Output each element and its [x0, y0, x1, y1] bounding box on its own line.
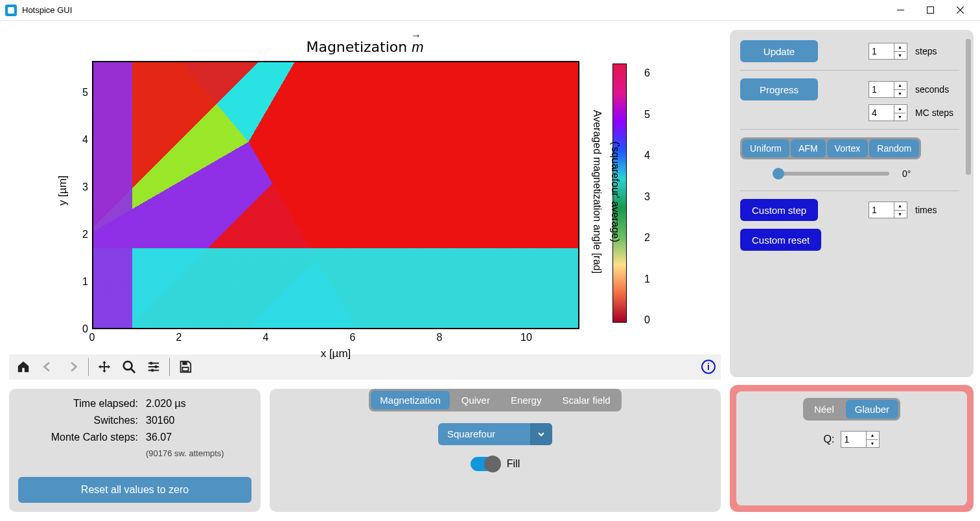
x-axis-label: x [µm] [92, 347, 579, 360]
mode-afm[interactable]: AFM [791, 139, 826, 157]
mcsteps-label: MC steps [915, 108, 959, 118]
spin-down-icon[interactable]: ▼ [867, 440, 878, 448]
plot-title: Magnetization m [9, 30, 721, 56]
minimize-button[interactable] [885, 0, 915, 21]
info-icon[interactable]: i [701, 360, 716, 374]
fill-label: Fill [507, 458, 520, 470]
fill-toggle[interactable] [471, 457, 499, 471]
times-input[interactable] [869, 202, 894, 218]
ytick: 3 [82, 181, 88, 193]
xtick: 2 [176, 332, 182, 343]
chevron-down-icon [530, 423, 552, 445]
spin-up-icon[interactable]: ▲ [867, 432, 878, 440]
seconds-input[interactable] [869, 82, 894, 97]
progress-button[interactable]: Progress [740, 78, 818, 100]
mcsteps-spinner[interactable]: ▲▼ [869, 104, 907, 121]
spin-down-icon[interactable]: ▼ [894, 113, 905, 121]
switches-value: 30160 [146, 415, 251, 426]
spin-down-icon[interactable]: ▼ [894, 52, 905, 60]
tab-magnetization[interactable]: Magnetization [371, 391, 449, 410]
ctick: 5 [644, 109, 650, 121]
seconds-spinner[interactable]: ▲▼ [869, 81, 907, 98]
ytick: 4 [82, 134, 88, 146]
zoom-icon[interactable] [120, 358, 138, 376]
stats-panel: Time elapsed: 2.020 µs Switches: 30160 M… [9, 389, 261, 512]
average-dropdown[interactable]: Squarefour [438, 423, 552, 445]
titlebar: Hotspice GUI [0, 0, 980, 21]
spin-up-icon[interactable]: ▲ [894, 82, 905, 90]
steps-label: steps [915, 46, 959, 56]
steps-input[interactable] [869, 43, 894, 59]
save-icon[interactable] [176, 358, 194, 376]
custom-reset-button[interactable]: Custom reset [740, 229, 821, 251]
svg-rect-5 [182, 362, 187, 365]
spin-up-icon[interactable]: ▲ [894, 43, 905, 52]
scheme-panel: Néel Glauber Q: ▲▼ [736, 391, 967, 505]
custom-step-button[interactable]: Custom step [740, 199, 818, 221]
scheme-outer-panel: Néel Glauber Q: ▲▼ [730, 385, 974, 512]
dropdown-label: Squarefour [438, 428, 530, 439]
xtick: 8 [437, 332, 443, 343]
xtick: 4 [263, 332, 269, 343]
tab-quiver[interactable]: Quiver [452, 391, 499, 410]
switches-label: Switches: [18, 415, 138, 426]
steps-spinner[interactable]: ▲▼ [869, 43, 907, 60]
maximize-button[interactable] [915, 0, 945, 21]
close-button[interactable] [945, 0, 975, 21]
q-spinner[interactable]: ▲▼ [841, 431, 880, 448]
spin-down-icon[interactable]: ▼ [894, 211, 905, 218]
pan-icon[interactable] [95, 358, 113, 376]
forward-icon[interactable] [64, 358, 82, 376]
xtick: 6 [350, 332, 356, 343]
plot-panel: Magnetization m y [µm] 0 1 2 3 4 5 0 2 4… [9, 30, 721, 345]
svg-rect-0 [927, 7, 933, 14]
ctick: 4 [644, 150, 650, 161]
mc-steps-label: Monte Carlo steps: [18, 432, 138, 443]
mode-uniform[interactable]: Uniform [742, 139, 789, 157]
ctick: 2 [644, 232, 650, 244]
reset-button[interactable]: Reset all values to zero [18, 477, 251, 503]
mode-random[interactable]: Random [869, 139, 919, 157]
colorbar-sublabel: ('squarefour' average) [609, 141, 621, 242]
app-icon [5, 5, 17, 16]
spin-up-icon[interactable]: ▲ [894, 202, 905, 211]
sw-attempts: (90176 sw. attempts) [146, 448, 251, 458]
tab-energy[interactable]: Energy [502, 391, 551, 410]
ctick: 3 [644, 191, 650, 203]
xtick: 10 [520, 332, 532, 343]
times-label: times [915, 205, 959, 215]
ytick: 5 [82, 87, 88, 98]
scrollbar-thumb[interactable] [966, 39, 971, 175]
init-mode-seg: Uniform AFM Vortex Random [740, 137, 921, 159]
scheme-glauber[interactable]: Glauber [846, 400, 898, 419]
ytick: 2 [82, 229, 88, 240]
spin-down-icon[interactable]: ▼ [894, 90, 905, 98]
ytick: 0 [82, 323, 88, 335]
home-icon[interactable] [14, 358, 32, 376]
controls-panel: Update ▲▼ steps Progress ▲▼ seconds ▲▼ M… [730, 30, 974, 377]
tab-scalar-field[interactable]: Scalar field [553, 391, 619, 410]
q-input[interactable] [841, 432, 866, 447]
scheme-neel[interactable]: Néel [805, 400, 843, 419]
seconds-label: seconds [915, 84, 959, 95]
angle-slider[interactable] [773, 172, 889, 176]
spin-up-icon[interactable]: ▲ [894, 105, 905, 113]
y-axis-label: y [µm] [56, 176, 69, 206]
ctick: 0 [644, 314, 650, 326]
scheme-seg: Néel Glauber [803, 398, 900, 421]
q-label: Q: [824, 434, 835, 445]
update-button[interactable]: Update [740, 40, 818, 62]
window-title: Hotspice GUI [22, 5, 885, 15]
plot-axes[interactable] [92, 61, 579, 329]
mode-vortex[interactable]: Vortex [827, 139, 869, 157]
configure-icon[interactable] [145, 358, 163, 376]
mc-steps-value: 36.07 [146, 432, 251, 443]
view-mode-seg: Magnetization Quiver Energy Scalar field [369, 389, 621, 411]
svg-point-2 [150, 362, 153, 365]
svg-point-3 [154, 365, 158, 369]
mcsteps-input[interactable] [869, 105, 894, 121]
times-spinner[interactable]: ▲▼ [869, 202, 907, 218]
back-icon[interactable] [39, 358, 57, 376]
view-panel: Magnetization Quiver Energy Scalar field… [270, 389, 721, 512]
time-elapsed-label: Time elapsed: [18, 398, 138, 410]
